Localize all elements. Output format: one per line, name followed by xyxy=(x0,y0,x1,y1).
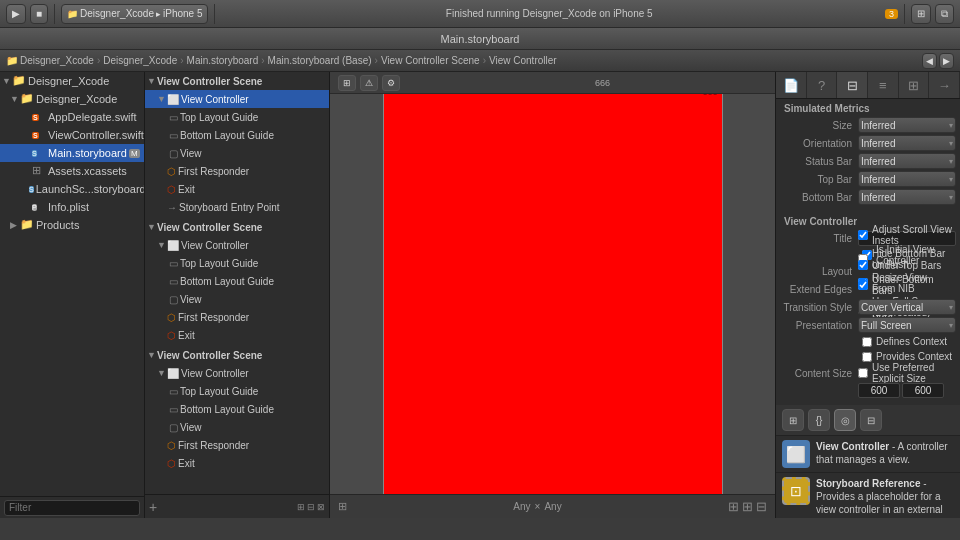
zoom-fit-btn[interactable]: ⊞ xyxy=(728,499,739,514)
identity-inspector-tab[interactable]: ⊟ xyxy=(837,72,868,98)
storyboard-icon-btn[interactable]: ⊞ xyxy=(338,500,347,513)
bottom-layout-1[interactable]: ▭ Bottom Layout Guide xyxy=(145,126,329,144)
stop-button[interactable]: ■ xyxy=(30,4,48,24)
inspector-toggle-btn[interactable]: ⧉ xyxy=(935,4,954,24)
top-layout-2[interactable]: ▭ Top Layout Guide xyxy=(145,254,329,272)
under-bottom-bars-checkbox[interactable] xyxy=(858,280,868,290)
bc-back-btn[interactable]: ◀ xyxy=(922,53,937,69)
orientation-select[interactable]: Inferred ▾ xyxy=(858,135,956,151)
view-1[interactable]: ▢ View xyxy=(145,144,329,162)
item-label: Exit xyxy=(178,458,195,469)
mode-btn2[interactable]: ⊟ xyxy=(307,502,315,512)
sidebar-bottom-bar xyxy=(0,496,144,518)
zoom-out-btn[interactable]: ⊟ xyxy=(756,499,767,514)
exit-2[interactable]: ⬡ Exit xyxy=(145,326,329,344)
top-layout-1[interactable]: ▭ Top Layout Guide xyxy=(145,108,329,126)
sidebar-item-products[interactable]: ▶ 📁 Products xyxy=(0,216,144,234)
provides-context-checkbox[interactable] xyxy=(862,352,872,362)
canvas[interactable]: 666 xyxy=(330,94,775,494)
transition-select[interactable]: Cover Vertical ▾ xyxy=(858,299,956,315)
storyboard-entry-1[interactable]: → Storyboard Entry Point xyxy=(145,198,329,216)
use-preferred-checkbox[interactable] xyxy=(858,368,868,378)
statusbar-row: Status Bar Inferred ▾ xyxy=(776,152,960,170)
topbar-select[interactable]: Inferred ▾ xyxy=(858,171,956,187)
mode-btn1[interactable]: ⊞ xyxy=(297,502,305,512)
size-inspector-tab[interactable]: ⊞ xyxy=(899,72,930,98)
play-button[interactable]: ▶ xyxy=(6,4,26,24)
bottom-layout-2[interactable]: ▭ Bottom Layout Guide xyxy=(145,272,329,290)
constraint-btn[interactable]: ⚙ xyxy=(382,75,400,91)
vc1-item[interactable]: ▼ ⬜ View Controller xyxy=(145,90,329,108)
bc-6[interactable]: View Controller xyxy=(489,55,557,66)
width-input[interactable]: 600 xyxy=(858,383,900,398)
entry-icon: → xyxy=(167,202,177,213)
status-label: Finished running Deisgner_Xcode on iPhon… xyxy=(221,8,877,19)
bc-fwd-btn[interactable]: ▶ xyxy=(939,53,954,69)
defines-context-checkbox[interactable] xyxy=(862,337,872,347)
adjust-scroll-checkbox[interactable] xyxy=(858,230,868,240)
bottom-layout-3[interactable]: ▭ Bottom Layout Guide xyxy=(145,400,329,418)
vc2-item[interactable]: ▼ ⬜ View Controller xyxy=(145,236,329,254)
filter-input[interactable] xyxy=(4,500,140,516)
bi-icon1[interactable]: ⊞ xyxy=(782,409,804,431)
statusbar-select[interactable]: Inferred ▾ xyxy=(858,153,956,169)
scene3-header[interactable]: ▼ View Controller Scene xyxy=(145,346,329,364)
first-responder-2[interactable]: ⬡ First Responder xyxy=(145,308,329,326)
attributes-inspector-tab[interactable]: ≡ xyxy=(868,72,899,98)
sidebar-item-mainstoryboard[interactable]: ▶ S Main.storyboard M xyxy=(0,144,144,162)
topbar-row: Top Bar Inferred ▾ xyxy=(776,170,960,188)
view-toggle-btn[interactable]: ⊞ xyxy=(911,4,931,24)
bc-1[interactable]: Deisgner_Xcode xyxy=(20,55,94,66)
bottombar-row: Bottom Bar Inferred ▾ xyxy=(776,188,960,206)
sidebar-item-assets[interactable]: ▶ ⊞ Assets.xcassets xyxy=(0,162,144,180)
bc-2[interactable]: Deisgner_Xcode xyxy=(103,55,177,66)
sidebar-item-root[interactable]: ▼ 📁 Deisgner_Xcode xyxy=(0,72,144,90)
view-2[interactable]: ▢ View xyxy=(145,290,329,308)
sidebar-item-viewcontroller[interactable]: ▶ S ViewController.swift xyxy=(0,126,144,144)
under-top-bars-row: Under Top Bars xyxy=(858,258,956,273)
add-btn[interactable]: ⊞ xyxy=(338,75,356,91)
mode-btn3[interactable]: ⊠ xyxy=(317,502,325,512)
file-inspector-tab[interactable]: 📄 xyxy=(776,72,807,98)
sidebar-item-group[interactable]: ▼ 📁 Deisgner_Xcode xyxy=(0,90,144,108)
scene2-header[interactable]: ▼ View Controller Scene xyxy=(145,218,329,236)
size-value: Inferred xyxy=(861,120,895,131)
bc-5[interactable]: View Controller Scene xyxy=(381,55,480,66)
view-3[interactable]: ▢ View xyxy=(145,418,329,436)
first-responder-1[interactable]: ⬡ First Responder xyxy=(145,162,329,180)
bi-icon3[interactable]: ◎ xyxy=(834,409,856,431)
under-top-bars-checkbox[interactable] xyxy=(858,260,868,270)
bi-icon4[interactable]: ⊟ xyxy=(860,409,882,431)
sidebar-item-infoplist[interactable]: ▶ P Info.plist xyxy=(0,198,144,216)
bc-3[interactable]: Main.storyboard xyxy=(187,55,259,66)
storyboard-ref-text: Storyboard Reference - Provides a placeh… xyxy=(816,477,954,518)
connections-inspector-tab[interactable]: → xyxy=(929,72,960,98)
scheme-selector[interactable]: 📁 Deisgner_Xcode ▸ iPhone 5 xyxy=(61,4,208,24)
warning-badge[interactable]: 3 xyxy=(885,9,898,19)
quick-help-tab[interactable]: ? xyxy=(807,72,838,98)
bottombar-select[interactable]: Inferred ▾ xyxy=(858,189,956,205)
window-title: Main.storyboard xyxy=(441,33,520,45)
exit-3[interactable]: ⬡ Exit xyxy=(145,454,329,472)
warning-btn[interactable]: ⚠ xyxy=(360,75,378,91)
scene-label: View Controller Scene xyxy=(157,350,262,361)
vc-icon: ⬜ xyxy=(167,240,179,251)
exit-1[interactable]: ⬡ Exit xyxy=(145,180,329,198)
height-input[interactable]: 600 xyxy=(902,383,944,398)
zoom-in-btn[interactable]: ⊞ xyxy=(742,499,753,514)
bi-icon2[interactable]: {} xyxy=(808,409,830,431)
statusbar-label: Status Bar xyxy=(780,156,858,167)
defines-context-row: Defines Context xyxy=(776,334,960,349)
first-responder-3[interactable]: ⬡ First Responder xyxy=(145,436,329,454)
sidebar-item-label: Main.storyboard xyxy=(48,147,127,159)
top-layout-3[interactable]: ▭ Top Layout Guide xyxy=(145,382,329,400)
sidebar-item-launchstoryboard[interactable]: ▶ S LaunchSc...storyboard xyxy=(0,180,144,198)
item-label: Exit xyxy=(178,330,195,341)
vc3-item[interactable]: ▼ ⬜ View Controller xyxy=(145,364,329,382)
scene1-header[interactable]: ▼ View Controller Scene xyxy=(145,72,329,90)
size-select[interactable]: Inferred ▾ xyxy=(858,117,956,133)
presentation-select[interactable]: Full Screen ▾ xyxy=(858,317,956,333)
add-object-btn[interactable]: + xyxy=(149,499,157,515)
sidebar-item-appdelegate[interactable]: ▶ S AppDelegate.swift xyxy=(0,108,144,126)
bc-4[interactable]: Main.storyboard (Base) xyxy=(268,55,372,66)
